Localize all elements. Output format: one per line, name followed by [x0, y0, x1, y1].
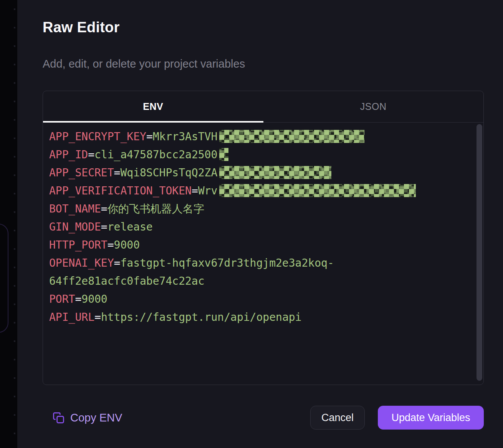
env-equals: =: [88, 148, 94, 161]
env-equals: =: [101, 202, 108, 215]
env-key: APP_ENCRYPT_KEY: [49, 130, 146, 143]
copy-icon: [53, 412, 65, 424]
env-equals: =: [146, 130, 153, 143]
env-value: 9000: [114, 239, 140, 251]
redacted-value-mosaic: [219, 166, 331, 179]
env-line: API_URL=https://fastgpt.run/api/openapi: [49, 308, 477, 326]
env-key: GIN_MODE: [49, 221, 101, 233]
tab-env-label: ENV: [143, 101, 163, 112]
raw-editor-modal: Raw Editor Add, edit, or delete your pro…: [17, 0, 503, 448]
env-equals: =: [101, 221, 108, 233]
env-value: 你的飞书机器人名字: [108, 202, 204, 215]
env-line: GIN_MODE=release: [49, 218, 477, 236]
env-line: BOT_NAME=你的飞书机器人名字: [49, 200, 477, 218]
background-panel-outline: [0, 224, 8, 333]
env-line: PORT=9000: [49, 290, 477, 308]
env-line: APP_ID=cli_a47587bcc2a2500: [49, 146, 477, 164]
env-equals: =: [75, 293, 81, 305]
env-equals: =: [114, 166, 121, 179]
env-line: APP_ENCRYPT_KEY=Mkrr3AsTVH: [49, 128, 477, 146]
env-value: 9000: [81, 293, 107, 305]
copy-env-button[interactable]: Copy ENV: [50, 406, 125, 430]
page-title: Raw Editor: [43, 19, 119, 36]
env-key: OPENAI_KEY: [49, 257, 114, 269]
env-equals: =: [108, 239, 114, 251]
env-key: APP_ID: [49, 148, 88, 161]
env-equals: =: [114, 257, 121, 269]
env-key: BOT_NAME: [49, 202, 101, 215]
env-value: Mkrr3AsTVH: [153, 130, 218, 143]
redacted-value-mosaic: [219, 184, 416, 197]
page-background: Raw Editor Add, edit, or delete your pro…: [0, 0, 503, 448]
env-line: HTTP_PORT=9000: [49, 236, 477, 254]
env-key: PORT: [49, 293, 75, 305]
cancel-button[interactable]: Cancel: [310, 406, 365, 430]
env-value: Wqi8SCHPsTqQ2ZA: [120, 166, 217, 179]
tab-env[interactable]: ENV: [43, 91, 263, 122]
editor-scrollbar-thumb[interactable]: [477, 124, 482, 381]
redacted-value-mosaic: [219, 148, 228, 161]
env-key: HTTP_PORT: [49, 239, 108, 251]
redacted-value-mosaic: [219, 130, 364, 143]
env-key: APP_SECRET: [49, 166, 114, 179]
env-equals: =: [94, 311, 101, 324]
env-value: release: [108, 221, 153, 233]
background-page-strip: [0, 0, 17, 448]
env-value: https://fastgpt.run/api/openapi: [101, 311, 302, 324]
tab-json-label: JSON: [360, 101, 387, 112]
modal-subtitle: Add, edit, or delete your project variab…: [43, 58, 245, 70]
env-value: cli_a47587bcc2a2500: [94, 148, 217, 161]
update-variables-button[interactable]: Update Variables: [378, 406, 484, 430]
copy-env-label: Copy ENV: [70, 411, 122, 424]
env-line: APP_SECRET=Wqi8SCHPsTqQ2ZA: [49, 164, 477, 182]
variables-editor-panel: ENV JSON APP_ENCRYPT_KEY=Mkrr3AsTVHAPP_I…: [43, 91, 484, 385]
env-line: APP_VERIFICATION_TOKEN=Wrv: [49, 182, 477, 200]
editor-tab-bar: ENV JSON: [43, 91, 483, 123]
env-value: Wrv: [198, 184, 218, 197]
env-line: OPENAI_KEY=fastgpt-hqfaxv67dr3thgjm2e3a2…: [49, 254, 477, 290]
env-equals: =: [192, 184, 198, 197]
env-code-editor[interactable]: APP_ENCRYPT_KEY=Mkrr3AsTVHAPP_ID=cli_a47…: [43, 122, 483, 385]
env-key: APP_VERIFICATION_TOKEN: [49, 184, 192, 197]
tab-json[interactable]: JSON: [263, 91, 484, 122]
env-key: API_URL: [49, 311, 94, 324]
